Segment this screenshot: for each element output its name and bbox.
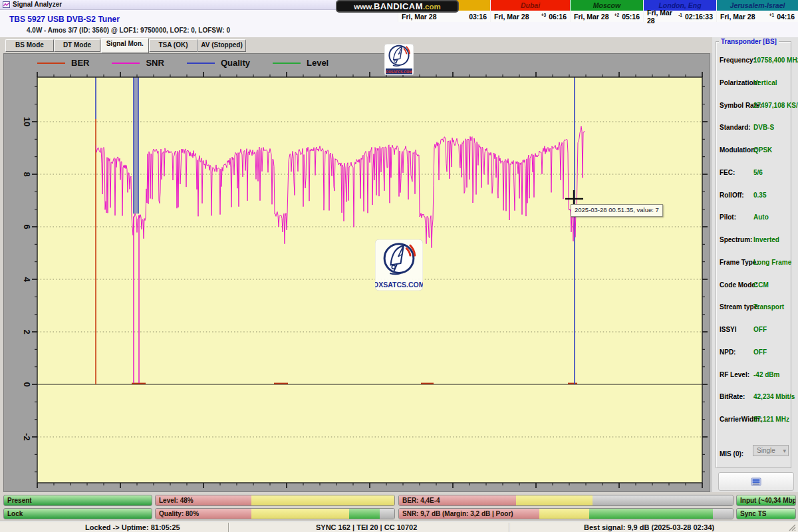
svg-text:2: 2: [22, 329, 32, 334]
clock-utc-offset: +1: [769, 13, 774, 17]
transponder-row: Code Mode:CCM: [716, 281, 791, 291]
svg-text:4: 4: [22, 277, 32, 282]
gauge-segment-green: [589, 509, 713, 519]
status-best-signal: Best signal: 9,9 dB (2025-03-28 02:34): [584, 523, 714, 531]
clock-utc-offset: +2: [614, 13, 619, 17]
signal-chart[interactable]: 1086420-2: [4, 54, 711, 493]
transponder-row: FEC:5/6: [716, 169, 791, 178]
clock-5: Jerusalem-IsraelFri, Mar 28+104:16: [716, 0, 798, 22]
clock-3: MoscowFri, Mar 28+205:16: [570, 0, 643, 22]
tab-bs-mode[interactable]: BS Mode: [5, 39, 54, 52]
mis-dropdown[interactable]: Single ▾: [753, 445, 789, 456]
tab-signal-mon-[interactable]: Signal Mon.: [101, 38, 150, 53]
gauge-text: Lock: [7, 509, 23, 519]
watermark-text: www.: [354, 3, 374, 11]
transponder-row: CarrierWidth:37,121 MHz: [716, 416, 791, 425]
clock-time: 02:16:33: [685, 13, 716, 21]
tab-dt-mode[interactable]: DT Mode: [54, 39, 100, 52]
transponder-label: Standard:: [720, 124, 751, 131]
quality-gauge: Quality: 80%: [155, 508, 395, 519]
clock-utc-offset: -1: [678, 13, 682, 17]
transponder-value: Auto: [753, 213, 769, 221]
tab-tsa-ok-[interactable]: TSA (OK): [149, 39, 198, 52]
sync-indicator: Sync TS: [736, 508, 796, 519]
record-device-icon: [751, 477, 761, 486]
transponder-value: OFF: [753, 326, 767, 333]
clock-time-row: Fri, Mar 28+306:16: [491, 11, 570, 22]
transponder-row: RollOff:0.35: [716, 192, 791, 201]
status-lock-uptime: Locked -> Uptime: 81:05:25: [85, 523, 180, 531]
gauge-segment-green: [349, 509, 380, 519]
transponder-value: -42 dBm: [753, 371, 779, 378]
clock-2: DubaiFri, Mar 28+306:16: [490, 0, 570, 22]
transponder-label: Code Mode:: [720, 281, 757, 289]
gauge-segment-grey: [593, 495, 733, 505]
gauge-segments: [399, 495, 733, 505]
gauge-text: BER: 4,4E-4: [402, 495, 440, 505]
clock-date: Fri, Mar 28: [398, 13, 437, 21]
status-bar: Locked -> Uptime: 81:05:25 SYNC 162 | TE…: [0, 521, 798, 532]
transponder-value: Vertical: [753, 79, 777, 86]
level-gauge: Level: 48%: [155, 495, 395, 506]
transponder-row: Pilot:Auto: [716, 213, 791, 223]
statusbar-divider: [509, 523, 509, 532]
lock-indicator: Lock: [3, 508, 152, 519]
svg-text:DXSATCS.COM: DXSATCS.COM: [375, 281, 423, 289]
clock-utc-offset: +3: [541, 13, 546, 17]
signal-monitor-panel: BERSNRQualityLevel 1086420-2: [3, 53, 710, 492]
transponder-row: RF Level:-42 dBm: [716, 371, 791, 380]
capture-button[interactable]: [718, 472, 794, 491]
transponder-value: 10758,400 MHz: [753, 57, 798, 64]
gauge-text: SNR: 9,7 dB (Margin: 3,2 dB | Poor): [402, 509, 513, 519]
transponder-row: Stream type:Transport: [716, 303, 791, 313]
svg-text:0: 0: [22, 382, 32, 386]
transponder-row: Symbol Rate:27497,108 KS/s: [716, 102, 791, 111]
clock-time: 03:16: [469, 13, 490, 21]
transponder-label: ISSYI: [720, 326, 737, 333]
gauge-segment-grey: [713, 509, 733, 519]
gauge-segment-yellow: [251, 509, 349, 519]
transponder-label: Modulation:: [720, 146, 757, 154]
svg-text:6: 6: [22, 224, 32, 229]
clock-time-row: Fri, Mar 28+205:16: [571, 11, 643, 22]
dxsatcs-logo-large: DXSATCS.COM: [375, 239, 423, 293]
transponder-label: Spectrum:: [720, 236, 752, 243]
transponder-value: Transport: [753, 303, 784, 311]
tab-av-stopped-[interactable]: AV (Stopped): [198, 39, 246, 52]
transponder-value: Long Frame: [753, 259, 791, 266]
dxsatcs-logo-small: DXSATCS.COM: [384, 44, 414, 78]
clock-time: 04:16: [777, 13, 798, 21]
transponder-row: Spectrum:Inverted: [716, 236, 791, 245]
device-title: TBS 5927 USB DVB-S2 Tuner: [9, 15, 120, 24]
transponder-panel: Transponder [BS] Frequency:10758,400 MHz…: [712, 37, 798, 492]
transponder-row: BitRate:42,234 Mbit/s: [716, 393, 791, 402]
gauge-text: Quality: 80%: [159, 509, 199, 519]
transponder-label: RollOff:: [720, 192, 744, 199]
transponder-groupbox: Transponder [BS] Frequency:10758,400 MHz…: [716, 41, 791, 468]
clock-time-row: Fri, Mar 28+104:16: [717, 11, 798, 22]
chart-tooltip: 2025-03-28 00.51.35, value: 7: [571, 204, 663, 217]
transponder-row: NPD:OFF: [716, 348, 791, 358]
transponder-row: ISSYIOFF: [716, 326, 791, 335]
transponder-row: Frequency:10758,400 MHz: [716, 57, 791, 66]
clock-time-row: Fri, Mar 2803:16: [398, 11, 490, 22]
watermark-text: .com: [423, 3, 441, 11]
transponder-value: 27497,108 KS/s: [753, 102, 798, 109]
gauge-text: Level: 48%: [159, 495, 194, 505]
transponder-label: NPD:: [720, 348, 735, 356]
transponder-value: 5/6: [753, 169, 763, 176]
clock-time: 05:16: [622, 13, 643, 21]
transponder-label: Pilot:: [720, 213, 736, 221]
transponder-row: Modulation:QPSK: [716, 146, 791, 156]
transponder-title: Transponder [BS]: [719, 38, 779, 45]
transponder-value: QPSK: [753, 146, 772, 154]
transponder-label: FEC:: [720, 169, 735, 176]
svg-text:DXSATCS.COM: DXSATCS.COM: [386, 70, 412, 74]
gauge-segment-yellow: [516, 495, 593, 505]
transponder-row: Standard:DVB-S: [716, 124, 791, 133]
resize-grip[interactable]: [788, 523, 797, 532]
clock-city: Dubai: [491, 0, 570, 11]
clock-date: Fri, Mar 28: [644, 9, 678, 25]
gauge-segment-yellow: [251, 495, 394, 505]
app-icon: [3, 1, 10, 8]
